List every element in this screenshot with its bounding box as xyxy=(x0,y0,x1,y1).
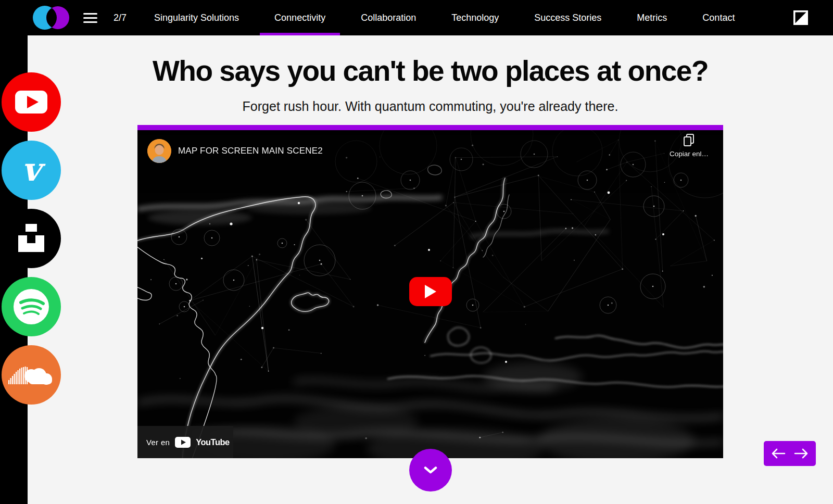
nav-item-collaboration[interactable]: Collaboration xyxy=(361,0,416,35)
copy-icon xyxy=(682,133,696,147)
scroll-down-button[interactable] xyxy=(409,449,452,492)
chevron-down-icon xyxy=(424,467,437,474)
youtube-embed[interactable]: MAP FOR SCREEN MAIN SCENE2 Copiar enl… V… xyxy=(137,125,723,458)
previous-slide-button[interactable] xyxy=(769,446,787,461)
fullscreen-icon[interactable] xyxy=(793,10,808,25)
video-title[interactable]: MAP FOR SCREEN MAIN SCENE2 xyxy=(178,146,323,156)
copy-link-button[interactable]: Copiar enl… xyxy=(670,133,709,158)
page: 2/7 Singularity Solutions Connectivity C… xyxy=(0,0,833,504)
svg-text:v: v xyxy=(22,151,46,188)
video-header: MAP FOR SCREEN MAIN SCENE2 xyxy=(147,139,323,163)
channel-avatar[interactable] xyxy=(147,139,171,163)
spotify-glyph xyxy=(9,285,53,329)
spotify-icon[interactable] xyxy=(2,277,61,336)
nav-item-success-stories[interactable]: Success Stories xyxy=(534,0,601,35)
vimeo-v-glyph: v xyxy=(12,151,51,190)
slide-content: Who says you can't be two places at once… xyxy=(28,35,833,504)
next-slide-button[interactable] xyxy=(792,446,810,461)
youtube-wordmark: YouTube xyxy=(196,437,230,447)
arrow-right-icon xyxy=(793,448,809,459)
youtube-icon[interactable] xyxy=(2,72,61,132)
nav-item-connectivity[interactable]: Connectivity xyxy=(274,0,325,35)
nav-item-technology[interactable]: Technology xyxy=(451,0,499,35)
slide-indicator: 2/7 xyxy=(113,0,127,35)
copy-link-label: Copiar enl… xyxy=(670,150,709,158)
arrow-left-icon xyxy=(771,448,786,459)
unsplash-icon[interactable] xyxy=(2,209,61,268)
nav-item-metrics[interactable]: Metrics xyxy=(637,0,667,35)
nav-menu: Singularity Solutions Connectivity Colla… xyxy=(154,0,743,35)
watch-on-youtube-button[interactable]: Ver en YouTube xyxy=(137,426,233,458)
youtube-play-glyph xyxy=(12,83,51,121)
play-button[interactable] xyxy=(409,277,452,306)
soundcloud-icon[interactable] xyxy=(2,345,61,405)
hero-title: Who says you can't be two places at once… xyxy=(28,54,833,87)
play-icon xyxy=(424,284,437,299)
nav-item-contact[interactable]: Contact xyxy=(702,0,735,35)
soundcloud-glyph xyxy=(6,356,56,394)
hero-subtitle: Forget rush hour. With quantum commuting… xyxy=(28,99,833,114)
video-accent-bar xyxy=(137,125,723,130)
vimeo-icon[interactable]: v xyxy=(2,141,61,200)
watch-on-label: Ver en xyxy=(146,438,170,447)
youtube-logo-icon xyxy=(175,437,191,448)
unsplash-glyph xyxy=(12,219,51,258)
nav-item-singularity-solutions[interactable]: Singularity Solutions xyxy=(154,0,239,35)
menu-hamburger-icon[interactable] xyxy=(83,13,97,23)
slide-pager xyxy=(764,441,816,466)
brand-logo-icon[interactable] xyxy=(32,5,70,30)
top-navbar: 2/7 Singularity Solutions Connectivity C… xyxy=(0,0,833,35)
